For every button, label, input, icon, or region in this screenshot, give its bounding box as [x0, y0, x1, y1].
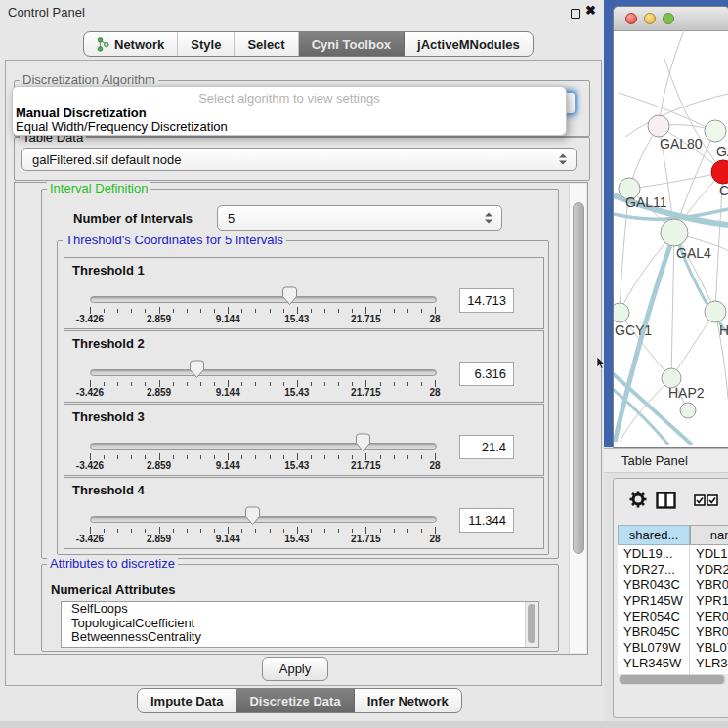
table-row[interactable]: YPR145WYPR145W [618, 592, 728, 608]
close-icon[interactable]: ✖ [585, 3, 596, 18]
close-traffic-light-icon[interactable] [625, 13, 637, 24]
column-header-shared-name[interactable]: shared... [618, 525, 690, 545]
vertical-scrollbar-thumb[interactable] [573, 202, 584, 554]
threshold-label: Threshold 3 [72, 409, 145, 424]
threshold-label: Threshold 2 [72, 336, 145, 351]
attributes-scrollbar[interactable] [525, 602, 538, 647]
slider-thumb[interactable] [189, 360, 205, 379]
float-window-icon[interactable] [571, 9, 580, 19]
algorithm-option-manual-discretization[interactable]: Manual Discretization [16, 106, 147, 120]
tab-jactivemnodules[interactable]: jActiveMNodules [405, 32, 533, 56]
table-row[interactable]: YDR27...YDR27... [618, 561, 728, 577]
node-partial[interactable] [680, 403, 696, 418]
tick-mark [173, 529, 174, 533]
tick-mark [131, 529, 132, 533]
node-ga[interactable] [705, 120, 726, 142]
cell-shared-name: YPR145W [623, 593, 683, 608]
node-label: GAL4 [676, 245, 711, 261]
tick-mark [435, 307, 436, 314]
threshold-value-field[interactable]: 14.713 [459, 288, 514, 313]
tab-select[interactable]: Select [235, 32, 298, 56]
network-edge [671, 312, 715, 378]
tab-impute-data[interactable]: Impute Data [138, 689, 236, 712]
tick-mark [435, 453, 436, 460]
discretization-algorithm-group-title: Discretization Algorithm [20, 73, 158, 86]
tab-infer-network[interactable]: Infer Network [355, 689, 461, 712]
node-label: C [719, 183, 728, 198]
tick-mark [241, 382, 242, 386]
table-data-combobox[interactable]: galFiltered.sif default node [21, 148, 577, 171]
node-h[interactable] [705, 301, 726, 322]
interval-definition-group-title: Interval Definition [47, 182, 150, 194]
table-row[interactable]: YDL19...YDL19... [618, 545, 728, 561]
scale-label: -3.426 [76, 387, 104, 398]
top-tab-bar: NetworkStyleSelectCyni ToolboxjActiveMNo… [83, 31, 534, 57]
slider-track[interactable] [90, 369, 437, 376]
table-panel-titlebar: Table Panel [604, 448, 728, 473]
threshold-value-field[interactable]: 6.316 [459, 362, 514, 386]
table-row[interactable]: YBR045CYBR045C [618, 623, 728, 639]
tab-network[interactable]: Network [84, 32, 178, 56]
threshold-value-field[interactable]: 11.344 [459, 508, 514, 533]
checkbox-checked-icon[interactable] [694, 494, 706, 506]
node-label: GA [716, 144, 728, 159]
minimize-traffic-light-icon[interactable] [644, 13, 656, 24]
scale-label: 9.144 [216, 460, 240, 471]
tick-mark [338, 382, 339, 386]
vertical-scrollbar[interactable] [569, 184, 586, 653]
attribute-item[interactable]: TopologicalCoefficient [62, 617, 538, 631]
slider-thumb[interactable] [281, 286, 298, 306]
table-row[interactable]: YBL079WYBL079W [618, 639, 728, 655]
attribute-item[interactable]: SelfLoops [62, 602, 538, 617]
column-header-name[interactable]: name [690, 525, 728, 545]
threshold-panel: Threshold 4 -3.4262.8599.14415.4321.7152… [64, 477, 544, 549]
tick-mark [228, 527, 229, 534]
threshold-panel: Threshold 2 -3.4262.8599.14415.4321.7152… [64, 330, 544, 403]
numerical-attributes-list: SelfLoopsTopologicalCoefficientBetweenne… [61, 601, 539, 648]
node-gcy1[interactable] [614, 303, 629, 322]
network-canvas[interactable]: GAL80GACGAL11GAL4HGCY1HAP2 [614, 30, 728, 445]
checkbox-checked-icon[interactable] [707, 494, 718, 506]
tick-mark [407, 455, 408, 459]
gear-icon[interactable] [629, 491, 647, 508]
tick-mark [352, 382, 353, 386]
horizontal-scrollbar[interactable] [619, 674, 726, 685]
cell-name: YBL079W [696, 640, 728, 655]
split-columns-icon[interactable] [656, 492, 676, 509]
tick-mark [145, 455, 146, 459]
tick-mark [394, 455, 395, 459]
node-gal80[interactable] [648, 115, 669, 137]
attribute-item[interactable]: BetweennessCentrality [62, 630, 538, 645]
algorithm-option-equal-width-frequency[interactable]: Equal Width/Frequency Discretization [16, 119, 228, 134]
scale-label: 28 [429, 314, 440, 324]
tab-cyni-toolbox[interactable]: Cyni Toolbox [299, 32, 405, 56]
table-row[interactable]: YLR345WYLR345W [618, 655, 728, 670]
table-row[interactable]: YBR043CYBR043C [618, 577, 728, 592]
apply-button[interactable]: Apply [262, 657, 328, 681]
tab-discretize-data[interactable]: Discretize Data [236, 689, 354, 712]
tick-mark [270, 382, 271, 386]
network-window-titlebar[interactable] [614, 7, 728, 31]
attributes-scrollbar-thumb[interactable] [528, 604, 535, 643]
scale-label: 15.43 [284, 460, 309, 471]
tick-mark [324, 382, 325, 386]
slider-thumb[interactable] [355, 433, 371, 452]
threshold-value-field[interactable]: 21.4 [459, 435, 514, 459]
tick-mark [255, 529, 256, 533]
slider-track[interactable] [90, 516, 437, 523]
zoom-traffic-light-icon[interactable] [663, 13, 674, 24]
node-gal4[interactable] [661, 219, 688, 246]
horizontal-scrollbar-thumb[interactable] [620, 675, 724, 684]
table-panel-title: Table Panel [621, 453, 688, 468]
slider-track[interactable] [90, 443, 437, 450]
scale-label: 21.715 [351, 460, 381, 471]
tick-mark [241, 455, 242, 459]
slider-track[interactable] [90, 296, 437, 303]
number-of-intervals-combobox[interactable]: 5 [217, 205, 502, 231]
slider-scale: -3.4262.8599.14415.4321.71528 [64, 387, 543, 399]
slider-thumb[interactable] [244, 506, 261, 526]
cell-name: YBR043C [696, 578, 728, 592]
tab-style[interactable]: Style [178, 32, 235, 56]
tick-mark [270, 529, 271, 533]
table-row[interactable]: YER054CYER054C [618, 608, 728, 623]
